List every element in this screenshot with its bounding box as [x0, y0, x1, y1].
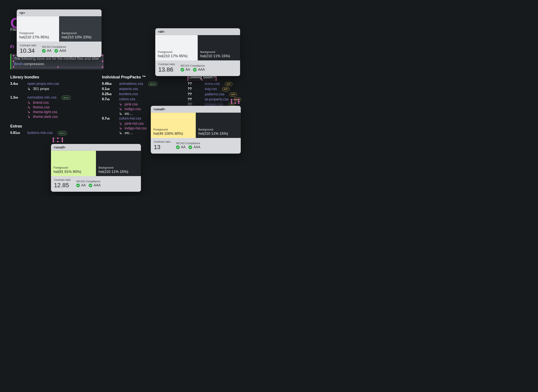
arrow-icon: ↳: [119, 131, 123, 135]
ratio-value: 12.85: [54, 182, 71, 189]
arrow-icon: ↳: [28, 115, 32, 119]
column-title: Library bundles: [10, 75, 92, 79]
swatch-background: Background hsl(210 11% 15%): [198, 35, 240, 61]
file-row: 3.4kB open-props.min.css: [10, 82, 92, 86]
file-size: 0.49kB: [102, 82, 115, 86]
swatch-background: Background hsl(210 10% 23%): [59, 16, 102, 42]
file-sub[interactable]: ↳theme.dark.css: [28, 115, 92, 119]
contrast-inspector-small-lime[interactable]: <small> Foreground hsl(81 81% 80%) Backg…: [51, 144, 141, 192]
file-size: 0.7kB: [102, 117, 115, 120]
inspector-tag: <dt>: [155, 28, 240, 35]
check-icon: [54, 49, 58, 53]
file-size: 0.1kB: [102, 87, 115, 91]
contrast-inspector-dt[interactable]: <dt> Foreground hsl(210 17% 95%) Backgro…: [155, 28, 240, 76]
check-icon: [176, 145, 180, 149]
arrow-icon: ↳: [28, 110, 32, 114]
file-link[interactable]: icons.css: [205, 82, 220, 86]
swatch-label: Background: [98, 166, 138, 169]
swatch-label: Foreground: [54, 166, 93, 169]
file-row: ?? icons.css WIP: [188, 82, 256, 86]
swatch-value: hsl(81 81% 80%): [54, 170, 93, 174]
check-icon: [193, 68, 197, 72]
file-link[interactable]: aspects.css: [119, 87, 138, 91]
swatch-label: Foreground: [153, 128, 193, 131]
check-icon: [181, 68, 184, 72]
check-icon: [76, 184, 80, 187]
file-row: ?? svg.css WIP: [188, 87, 256, 91]
inspector-tag: <small>: [151, 106, 241, 113]
contrast-inspector-small-yellow[interactable]: <small> Foreground hsl(49 100% 80%) Back…: [151, 106, 241, 154]
file-sub[interactable]: ↳theme.light.css: [28, 110, 92, 114]
file-row: ?? patterns.css WIP: [188, 92, 256, 96]
file-link[interactable]: open-props.min.css: [28, 82, 59, 86]
section-heading-partial: Fi: [10, 44, 14, 49]
column-title-extras: Extras: [10, 124, 92, 129]
file-row: 0.49kB animations.css demo: [102, 82, 186, 86]
swatch-value: hsl(210 17% 95%): [158, 54, 195, 58]
wcag-label: WCAG Compliance: [181, 64, 205, 67]
file-row: 0.81kB buttons.min.css demo: [10, 131, 92, 135]
wcag-aaa-chip: AAA: [193, 68, 205, 72]
demo-pill[interactable]: demo: [62, 96, 71, 100]
file-row: 0.7kB colors.css: [102, 97, 186, 101]
wip-pill: WIP: [225, 82, 232, 86]
file-row: 0.25kB borders.css: [102, 92, 186, 96]
swatch-value: hsl(210 11% 15%): [198, 131, 238, 136]
file-row: 1.3kB normalize.min.css demo: [10, 95, 92, 100]
ratio-label: Contrast ratio: [158, 63, 175, 66]
file-link[interactable]: patterns.css: [205, 92, 224, 96]
arrow-icon: ↳: [28, 87, 32, 91]
wcag-label: WCAG Compliance: [176, 142, 200, 145]
file-size: ??: [188, 92, 201, 96]
ratio-label: Contrast ratio: [54, 178, 71, 182]
arrow-icon: ↳: [119, 103, 123, 106]
file-link[interactable]: colors-hsl.css: [119, 116, 141, 121]
selection-overlay-wip-pill: [231, 99, 239, 103]
file-link[interactable]: buttons.min.css: [28, 131, 53, 135]
demo-pill[interactable]: demo: [148, 82, 157, 86]
file-link[interactable]: colors.css: [119, 97, 135, 101]
swatch-label: Background: [200, 50, 237, 54]
page-subtitle: File: [10, 28, 17, 32]
swatch-foreground: Foreground hsl(210 17% 95%): [155, 35, 198, 61]
file-link[interactable]: svg.css: [205, 87, 217, 91]
swatch-label: Foreground: [19, 32, 56, 35]
selection-overlay-demo-pill: [53, 138, 63, 142]
swatch-value: hsl(210 11% 15%): [98, 170, 138, 174]
wcag-label: WCAG Compliance: [76, 180, 100, 183]
swatch-value: hsl(210 11% 15%): [200, 54, 237, 58]
file-sub[interactable]: ↳theme.css: [28, 105, 92, 109]
file-row: ?? at-property.css WIP: [188, 97, 256, 102]
file-size: 0.25kB: [102, 92, 115, 96]
file-link[interactable]: normalize.min.css: [28, 95, 56, 100]
file-sub: ↳351 props: [28, 87, 92, 91]
file-size: ??: [188, 87, 201, 91]
wip-pill: WIP: [230, 93, 237, 96]
inspector-tag: <small>: [51, 144, 141, 151]
file-link[interactable]: at-property.css: [205, 97, 228, 102]
wcag-aa-chip: AA: [76, 183, 86, 187]
swatch-value: hsl(49 100% 80%): [153, 131, 193, 136]
file-link[interactable]: animations.css: [119, 82, 143, 86]
demo-pill[interactable]: demo: [58, 131, 67, 135]
ratio-value: 10.34: [20, 47, 36, 54]
check-icon: [189, 145, 192, 149]
check-icon: [42, 49, 46, 53]
file-size: 0.81kB: [10, 131, 23, 135]
swatch-label: Foreground: [158, 50, 195, 54]
wcag-label: WCAG Compliance: [42, 45, 66, 48]
arrow-icon: ↳: [119, 112, 123, 116]
file-sub[interactable]: ↳brand.css: [28, 100, 92, 105]
ratio-label: Contrast ratio: [154, 140, 171, 143]
arrow-icon: ↳: [119, 126, 123, 130]
contrast-inspector-p[interactable]: <p> Foreground hsl(210 17% 95%) Backgrou…: [17, 9, 102, 57]
wcag-aa-chip: AA: [181, 68, 190, 72]
file-size: ??: [188, 82, 201, 86]
inspector-tag: <p>: [17, 9, 102, 16]
file-link[interactable]: borders.css: [119, 92, 138, 96]
file-size: 1.3kB: [10, 96, 23, 99]
wip-pill: WIP: [222, 87, 230, 91]
file-size: 0.7kB: [102, 97, 115, 101]
wcag-aa-chip: AA: [176, 145, 186, 149]
file-size: ??: [188, 98, 201, 101]
